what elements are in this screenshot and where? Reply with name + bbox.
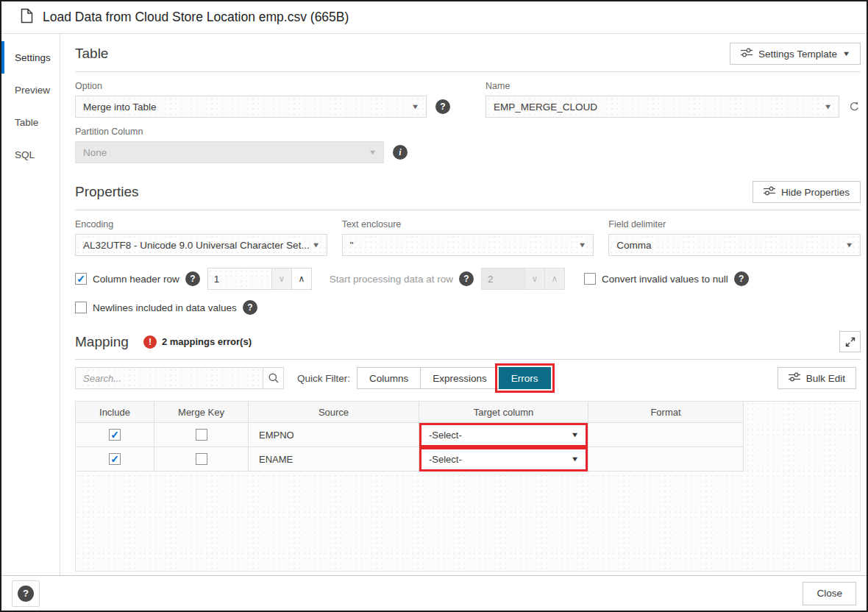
- bulk-edit-label: Bulk Edit: [806, 373, 845, 384]
- option-help-icon[interactable]: ?: [435, 99, 450, 114]
- target-column-select[interactable]: -Select- ▼: [421, 424, 586, 446]
- caret-down-icon: ▼: [369, 149, 377, 156]
- target-column-select[interactable]: -Select- ▼: [421, 449, 586, 470]
- expand-icon[interactable]: [839, 331, 861, 352]
- dialog-body: Settings Preview Table SQL Table S: [1, 34, 867, 575]
- merge-key-checkbox[interactable]: [196, 453, 207, 465]
- sidebar: Settings Preview Table SQL: [1, 34, 60, 575]
- caret-down-icon: ▼: [311, 241, 320, 249]
- properties-options-row: ✓ Column header row ? ∨ ∧ Start processi…: [75, 268, 861, 290]
- sidebar-item-preview[interactable]: Preview: [1, 74, 60, 106]
- text-enclosure-label: Text enclosure: [342, 219, 594, 230]
- sidebar-item-table[interactable]: Table: [1, 106, 60, 138]
- start-processing-help-icon[interactable]: ?: [459, 271, 474, 286]
- refresh-icon[interactable]: [848, 101, 861, 113]
- mapping-toolbar: Quick Filter: Columns Expressions Errors…: [75, 367, 861, 389]
- include-checkbox[interactable]: ✓: [109, 453, 121, 465]
- convert-invalid-help-icon[interactable]: ?: [734, 271, 749, 286]
- sidebar-item-label: SQL: [15, 149, 35, 160]
- column-header-merge-key: Merge Key: [154, 402, 249, 423]
- mapping-error-text: 2 mappings error(s): [162, 336, 252, 347]
- check-icon: ✓: [110, 430, 119, 440]
- include-checkbox[interactable]: ✓: [109, 429, 121, 441]
- merge-key-checkbox[interactable]: [196, 429, 207, 441]
- table-row: ✓ EMPNO -Select- ▼: [76, 423, 744, 447]
- source-cell: ENAME: [249, 447, 419, 472]
- chevron-up-icon[interactable]: ∧: [291, 268, 312, 290]
- properties-fields-row: Encoding AL32UTF8 - Unicode 9.0 Universa…: [75, 210, 861, 256]
- column-header-format: Format: [588, 402, 744, 423]
- filter-expressions-button[interactable]: Expressions: [420, 367, 499, 389]
- column-header-source: Source: [249, 402, 419, 423]
- sliders-icon: [741, 48, 753, 60]
- partition-info-icon[interactable]: i: [393, 145, 408, 160]
- newlines-row: Newlines included in data values ?: [75, 300, 861, 315]
- sliders-icon: [764, 186, 775, 198]
- option-select[interactable]: Merge into Table ▼: [75, 96, 427, 118]
- filter-errors-button[interactable]: Errors: [499, 367, 551, 389]
- field-delimiter-select[interactable]: Comma ▼: [608, 234, 861, 256]
- text-enclosure-value: ": [350, 240, 354, 251]
- sidebar-item-sql[interactable]: SQL: [1, 138, 60, 171]
- caret-down-icon: ▼: [571, 455, 580, 463]
- close-button[interactable]: Close: [803, 582, 856, 605]
- help-icon: ?: [18, 586, 34, 602]
- column-header-target-column: Target column: [419, 402, 588, 423]
- mapping-section-header: Mapping ! 2 mappings error(s): [75, 331, 861, 360]
- start-processing-input: [481, 268, 525, 290]
- caret-down-icon: ▼: [845, 241, 854, 249]
- hide-properties-button[interactable]: Hide Properties: [753, 181, 861, 203]
- caret-down-icon: ▼: [578, 241, 587, 249]
- grid-header-row: Include Merge Key Source Target column F…: [76, 402, 744, 423]
- error-icon: !: [143, 335, 157, 349]
- column-header-row-checkbox[interactable]: ✓: [75, 273, 87, 285]
- properties-section-heading: Properties: [75, 184, 139, 200]
- name-select[interactable]: EMP_MERGE_CLOUD ▼: [485, 96, 839, 118]
- quick-filter-group: Columns Expressions Errors: [357, 367, 551, 389]
- target-column-value: -Select-: [429, 454, 462, 465]
- source-cell: EMPNO: [249, 423, 419, 447]
- bulk-edit-button[interactable]: Bulk Edit: [778, 367, 856, 389]
- settings-template-label: Settings Template: [758, 49, 837, 60]
- newlines-label: Newlines included in data values: [93, 302, 237, 313]
- check-icon: ✓: [110, 454, 119, 464]
- document-icon: [21, 8, 33, 26]
- partition-select: None ▼: [75, 141, 384, 163]
- encoding-label: Encoding: [75, 219, 327, 230]
- search-input[interactable]: [75, 367, 263, 389]
- format-cell: [588, 447, 744, 472]
- table-row: ✓ ENAME -Select- ▼: [76, 447, 744, 472]
- column-header-row-input[interactable]: [207, 268, 272, 290]
- chevron-down-icon[interactable]: ∨: [271, 268, 292, 290]
- caret-down-icon: ▼: [842, 50, 851, 57]
- sidebar-item-label: Settings: [15, 52, 51, 63]
- partition-label: Partition Column: [75, 127, 408, 137]
- convert-invalid-checkbox[interactable]: [584, 273, 596, 285]
- column-header-row-help-icon[interactable]: ?: [185, 271, 200, 286]
- partition-field: Partition Column None ▼ i: [75, 127, 408, 163]
- mapping-grid: Include Merge Key Source Target column F…: [75, 401, 861, 572]
- filter-columns-button[interactable]: Columns: [357, 367, 421, 389]
- search-box: [75, 367, 284, 389]
- search-icon[interactable]: [263, 367, 284, 389]
- sidebar-item-settings[interactable]: Settings: [1, 41, 60, 74]
- encoding-select[interactable]: AL32UTF8 - Unicode 9.0 Universal Charact…: [75, 234, 327, 256]
- newlines-checkbox[interactable]: [75, 302, 87, 313]
- help-button[interactable]: ?: [12, 580, 40, 607]
- name-value: EMP_MERGE_CLOUD: [494, 102, 597, 113]
- name-label: Name: [485, 81, 861, 91]
- newlines-help-icon[interactable]: ?: [243, 300, 257, 315]
- column-header-row-spinner: ∨ ∧: [207, 268, 312, 290]
- option-value: Merge into Table: [83, 102, 157, 113]
- format-cell: [588, 423, 744, 447]
- table-section-heading: Table: [75, 46, 108, 62]
- dialog-footer: ? Close: [1, 575, 867, 611]
- table-fields-row: Option Merge into Table ▼ ? Name EMP_MER…: [75, 72, 861, 118]
- text-enclosure-select[interactable]: " ▼: [342, 234, 594, 256]
- target-column-value: -Select-: [429, 430, 462, 441]
- sidebar-item-label: Preview: [15, 85, 50, 96]
- chevron-up-icon: ∧: [544, 268, 565, 290]
- column-header-row-label: Column header row: [93, 274, 179, 285]
- column-header-include: Include: [76, 402, 154, 423]
- settings-template-button[interactable]: Settings Template ▼: [730, 43, 861, 65]
